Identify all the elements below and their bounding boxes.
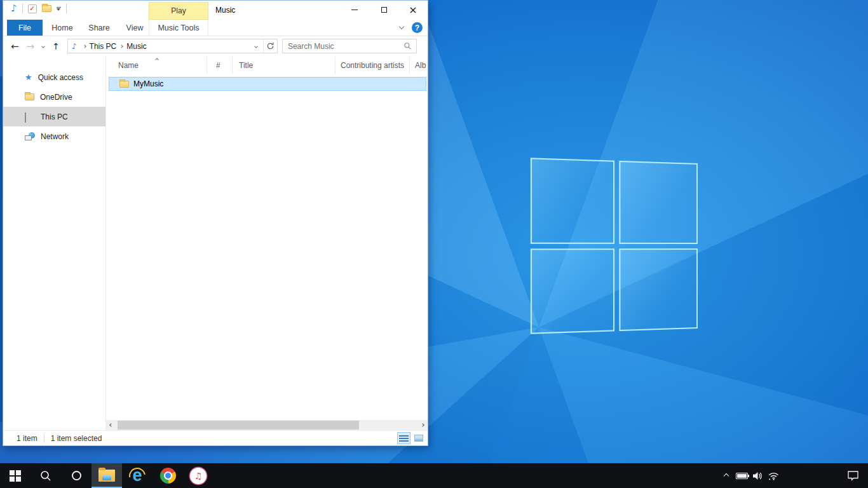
logo-pane bbox=[531, 158, 614, 243]
taskbar-file-explorer-button[interactable] bbox=[92, 463, 122, 488]
column-headers: Name # Title Contributing artists Alb bbox=[106, 57, 428, 74]
view-toggle-buttons bbox=[397, 432, 425, 444]
battery-icon bbox=[736, 473, 748, 479]
cortana-icon bbox=[72, 471, 81, 480]
column-header-number[interactable]: # bbox=[207, 57, 233, 74]
system-tray bbox=[718, 463, 868, 488]
scrollbar-thumb[interactable] bbox=[118, 421, 359, 430]
breadcrumb-music[interactable]: Music bbox=[126, 42, 146, 51]
cortana-button[interactable] bbox=[61, 463, 92, 488]
maximize-icon bbox=[381, 7, 387, 13]
column-header-contributing-artists[interactable]: Contributing artists bbox=[336, 57, 410, 74]
navigation-pane: ★ Quick access OneDrive This PC Network bbox=[3, 56, 106, 430]
search-box bbox=[282, 39, 417, 53]
sidebar-item-quick-access[interactable]: ★ Quick access bbox=[3, 67, 105, 87]
chrome-icon bbox=[160, 468, 176, 484]
breadcrumb-this-pc[interactable]: This PC bbox=[90, 42, 117, 51]
sidebar-item-label: OneDrive bbox=[40, 93, 72, 102]
taskbar-chrome-button[interactable] bbox=[153, 463, 183, 488]
maximize-button[interactable] bbox=[369, 1, 398, 19]
close-button[interactable]: × bbox=[398, 1, 428, 19]
customize-qat-icon[interactable] bbox=[57, 7, 61, 11]
breadcrumb-chevron-icon[interactable] bbox=[119, 44, 123, 48]
folder-icon bbox=[119, 81, 129, 88]
expand-ribbon-icon[interactable] bbox=[399, 24, 404, 29]
quick-access-toolbar: ♪ ✓ bbox=[11, 4, 67, 13]
divider bbox=[44, 434, 44, 443]
details-view-icon bbox=[399, 435, 409, 442]
selection-count-label: 1 item selected bbox=[51, 434, 102, 443]
file-list-pane: Name # Title Contributing artists Alb My… bbox=[106, 56, 428, 430]
breadcrumb-chevron-icon[interactable] bbox=[83, 44, 86, 48]
nav-arrows: ← → ↑ bbox=[3, 41, 66, 52]
refresh-button[interactable] bbox=[263, 39, 277, 53]
details-view-button[interactable] bbox=[397, 432, 410, 444]
tab-share[interactable]: Share bbox=[82, 20, 116, 36]
volume-icon bbox=[752, 471, 764, 481]
back-button[interactable]: ← bbox=[11, 41, 19, 52]
tab-music-tools[interactable]: Music Tools bbox=[149, 20, 208, 36]
action-center-button[interactable] bbox=[837, 463, 868, 488]
network-icon bbox=[25, 132, 35, 140]
music-note-window-icon: ♪ bbox=[11, 4, 17, 13]
new-folder-icon[interactable] bbox=[42, 5, 51, 12]
windows-logo-wallpaper bbox=[531, 158, 698, 334]
logo-pane bbox=[619, 248, 698, 332]
item-count-label: 1 item bbox=[17, 434, 37, 443]
start-button[interactable] bbox=[0, 463, 31, 488]
taskbar: e ♫ bbox=[0, 463, 868, 488]
horizontal-scrollbar[interactable] bbox=[106, 420, 428, 430]
sidebar-item-label: Quick access bbox=[38, 73, 83, 82]
minimize-button[interactable] bbox=[340, 1, 369, 19]
column-header-album[interactable]: Alb bbox=[410, 57, 429, 74]
location-music-icon: ♪ bbox=[72, 43, 77, 50]
address-bar[interactable]: ♪ This PC Music bbox=[67, 39, 278, 53]
volume-tray-button[interactable] bbox=[750, 463, 766, 488]
scroll-right-icon[interactable] bbox=[417, 424, 428, 426]
up-button[interactable]: ↑ bbox=[52, 41, 60, 51]
file-explorer-window: ♪ ✓ Play Music × File Home Share View Mu… bbox=[3, 0, 428, 446]
forward-button[interactable]: → bbox=[27, 41, 35, 52]
column-header-title[interactable]: Title bbox=[233, 57, 336, 74]
explorer-content: ★ Quick access OneDrive This PC Network bbox=[3, 56, 428, 430]
help-button[interactable]: ? bbox=[412, 22, 423, 33]
quick-access-star-icon: ★ bbox=[25, 73, 32, 81]
properties-icon[interactable]: ✓ bbox=[28, 4, 37, 13]
taskbar-itunes-button[interactable]: ♫ bbox=[183, 463, 214, 488]
contextual-tab-play[interactable]: Play bbox=[149, 2, 208, 20]
column-header-name[interactable]: Name bbox=[106, 57, 207, 74]
tab-file[interactable]: File bbox=[7, 20, 43, 36]
wifi-icon bbox=[768, 471, 780, 480]
sidebar-item-label: This PC bbox=[41, 112, 68, 121]
recent-locations-icon[interactable] bbox=[41, 44, 45, 48]
sidebar-item-onedrive[interactable]: OneDrive bbox=[3, 87, 105, 107]
address-dropdown-icon[interactable] bbox=[249, 39, 263, 53]
navigation-bar: ← → ↑ ♪ This PC Music bbox=[3, 36, 428, 56]
internet-explorer-icon: e bbox=[128, 467, 146, 485]
network-tray-button[interactable] bbox=[766, 463, 782, 488]
file-row-mymusic-selected[interactable]: MyMusic bbox=[109, 77, 426, 91]
divider bbox=[22, 4, 23, 13]
search-icon[interactable] bbox=[403, 42, 416, 50]
tab-view[interactable]: View bbox=[119, 20, 151, 36]
scroll-left-icon[interactable] bbox=[106, 424, 116, 426]
tab-home[interactable]: Home bbox=[45, 20, 79, 36]
sidebar-item-this-pc[interactable]: This PC bbox=[3, 107, 105, 126]
title-bar[interactable]: ♪ ✓ Play Music × bbox=[3, 1, 428, 20]
battery-tray-button[interactable] bbox=[734, 463, 750, 488]
hidden-icons-button[interactable] bbox=[718, 463, 734, 488]
divider bbox=[66, 4, 67, 13]
taskbar-internet-explorer-button[interactable]: e bbox=[122, 463, 153, 488]
search-input[interactable] bbox=[283, 39, 403, 53]
minimize-icon bbox=[351, 10, 358, 10]
chevron-up-icon bbox=[723, 473, 728, 478]
scrollbar-track[interactable] bbox=[116, 420, 417, 430]
sidebar-item-network[interactable]: Network bbox=[3, 126, 105, 146]
itunes-icon: ♫ bbox=[190, 468, 207, 484]
search-icon bbox=[39, 470, 52, 482]
file-name-label: MyMusic bbox=[133, 79, 163, 88]
taskbar-search-button[interactable] bbox=[31, 463, 61, 488]
file-explorer-icon bbox=[98, 470, 115, 482]
large-icons-view-button[interactable] bbox=[412, 432, 425, 444]
refresh-icon bbox=[266, 42, 275, 50]
